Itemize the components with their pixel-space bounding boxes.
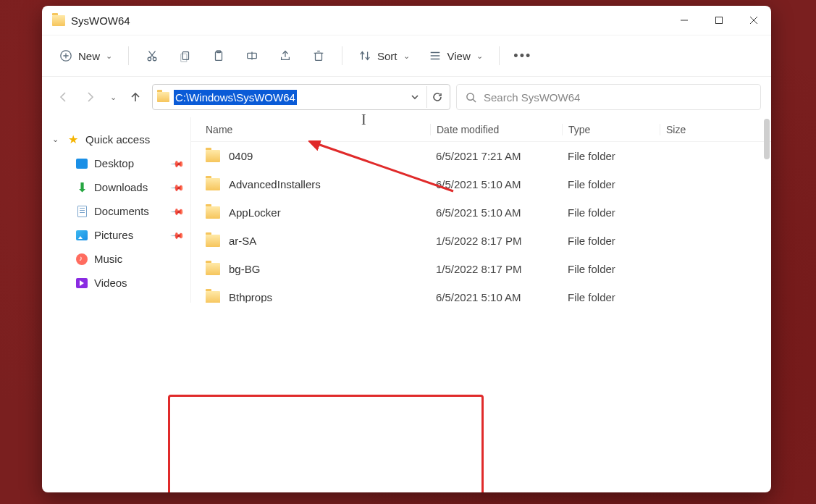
chevron-down-icon: ⌄ [403, 51, 410, 61]
file-name: bg-BG [229, 263, 260, 275]
minimize-button[interactable] [667, 6, 702, 35]
chevron-down-icon: ⌄ [106, 51, 112, 61]
file-date: 6/5/2021 5:10 AM [430, 178, 562, 190]
column-name[interactable]: Name [191, 124, 430, 135]
up-button[interactable] [125, 86, 146, 108]
annotation-highlight [168, 395, 484, 492]
file-date: 1/5/2022 8:17 PM [430, 263, 562, 275]
folder-icon [206, 235, 220, 247]
sidebar-item-label: Music [94, 253, 122, 265]
svg-rect-11 [182, 52, 188, 60]
forward-button[interactable] [80, 86, 101, 108]
sidebar-item-label: Videos [94, 277, 127, 289]
close-button[interactable] [736, 6, 771, 35]
sidebar-item-documents[interactable]: Documents 📌 [42, 199, 190, 223]
search-icon [466, 92, 476, 103]
document-icon [75, 205, 88, 218]
rename-button[interactable] [237, 43, 266, 69]
back-button[interactable] [52, 86, 74, 108]
file-date: 6/5/2021 5:10 AM [430, 206, 562, 219]
address-controls [405, 86, 447, 108]
sidebar-item-desktop[interactable]: Desktop 📌 [42, 151, 190, 175]
cut-button[interactable] [138, 43, 167, 69]
svg-rect-12 [181, 54, 187, 62]
sidebar-item-label: Documents [94, 205, 149, 217]
file-name: Bthprops [229, 291, 272, 303]
quick-access-label: Quick access [85, 133, 150, 146]
svg-line-24 [473, 99, 476, 102]
sidebar-item-music[interactable]: Music [42, 247, 190, 271]
column-size[interactable]: Size [660, 124, 771, 135]
table-row[interactable]: AdvancedInstallers6/5/2021 5:10 AMFile f… [191, 170, 771, 198]
svg-rect-13 [216, 52, 222, 61]
folder-icon [206, 206, 220, 219]
copy-button[interactable] [171, 43, 200, 69]
folder-icon [206, 263, 220, 275]
view-button[interactable]: View ⌄ [421, 43, 490, 69]
file-type: File folder [562, 263, 660, 275]
sidebar-item-videos[interactable]: Videos [42, 271, 190, 295]
file-name: 0409 [229, 150, 253, 162]
separator [499, 46, 500, 65]
recent-button[interactable]: ⌄ [107, 86, 119, 108]
sidebar-quick-access[interactable]: ⌄ ★ Quick access [42, 127, 190, 151]
view-label: View [447, 50, 471, 62]
body: ⌄ ★ Quick access Desktop 📌 ⬇ Downloads 📌… [42, 117, 771, 303]
sidebar-item-pictures[interactable]: Pictures 📌 [42, 223, 190, 247]
column-date[interactable]: Date modified [430, 124, 562, 135]
chevron-down-icon: ⌄ [52, 135, 61, 144]
svg-point-8 [153, 57, 156, 61]
video-icon [75, 277, 88, 290]
table-row[interactable]: 04096/5/2021 7:21 AMFile folder [191, 142, 771, 170]
table-row[interactable]: AppLocker6/5/2021 5:10 AMFile folder [191, 198, 771, 227]
separator [342, 46, 342, 65]
delete-button[interactable] [304, 43, 333, 69]
pin-icon: 📌 [170, 180, 185, 195]
new-button[interactable]: New ⌄ [52, 43, 119, 69]
music-icon [75, 253, 88, 266]
column-headers: Name Date modified Type Size [191, 117, 771, 142]
search-box[interactable]: Search SysWOW64 [456, 84, 761, 110]
window-title: SysWOW64 [71, 14, 130, 27]
sidebar-item-label: Pictures [94, 229, 133, 241]
file-name: AppLocker [229, 206, 281, 219]
folder-icon [206, 291, 220, 303]
picture-icon [75, 229, 88, 242]
pin-icon: 📌 [170, 203, 185, 219]
address-bar[interactable]: C:\Windows\SysWOW64 [152, 84, 450, 110]
sidebar-item-label: Desktop [94, 157, 134, 169]
file-date: 1/5/2022 8:17 PM [430, 235, 562, 247]
desktop-icon [75, 157, 88, 170]
refresh-button[interactable] [426, 86, 447, 108]
chevron-down-icon: ⌄ [110, 93, 117, 102]
scrollbar-thumb[interactable] [764, 119, 770, 159]
folder-icon [206, 178, 220, 190]
pin-icon: 📌 [170, 156, 185, 171]
sort-button[interactable]: Sort ⌄ [351, 43, 417, 69]
nav-row: ⌄ C:\Windows\SysWOW64 Search SysWOW64 [42, 77, 771, 117]
file-type: File folder [562, 235, 660, 247]
folder-icon [206, 150, 220, 162]
folder-icon [157, 92, 169, 102]
sidebar-item-downloads[interactable]: ⬇ Downloads 📌 [42, 175, 190, 199]
file-list-pane: Name Date modified Type Size 04096/5/202… [191, 117, 771, 303]
share-button[interactable] [271, 43, 300, 69]
address-input[interactable]: C:\Windows\SysWOW64 [174, 90, 297, 105]
svg-rect-17 [316, 53, 322, 60]
table-row[interactable]: Bthprops6/5/2021 5:10 AMFile folder [191, 283, 771, 303]
more-button[interactable]: ••• [508, 43, 537, 69]
pin-icon: 📌 [170, 227, 185, 243]
address-dropdown-button[interactable] [405, 86, 425, 108]
table-row[interactable]: bg-BG1/5/2022 8:17 PMFile folder [191, 255, 771, 283]
title-bar: SysWOW64 [42, 6, 771, 35]
sidebar: ⌄ ★ Quick access Desktop 📌 ⬇ Downloads 📌… [42, 117, 191, 303]
paste-button[interactable] [204, 43, 233, 69]
separator [128, 46, 129, 65]
file-type: File folder [562, 178, 660, 190]
column-type[interactable]: Type [562, 124, 660, 135]
table-row[interactable]: ar-SA1/5/2022 8:17 PMFile folder [191, 227, 771, 255]
file-date: 6/5/2021 7:21 AM [430, 150, 562, 162]
explorer-window: SysWOW64 New ⌄ [42, 6, 771, 492]
maximize-button[interactable] [702, 6, 736, 35]
svg-point-7 [148, 57, 151, 61]
